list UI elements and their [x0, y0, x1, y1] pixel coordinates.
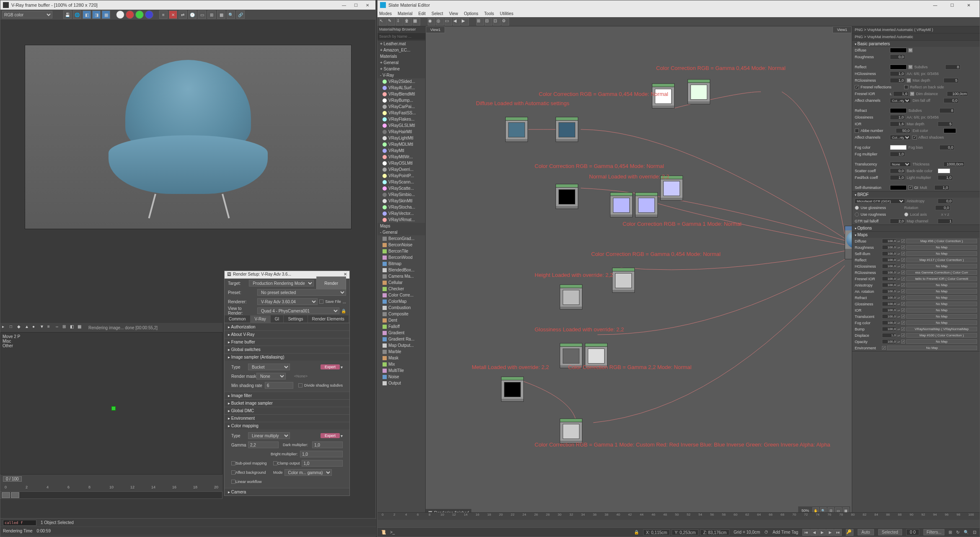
affectch-select[interactable]: Col...nly — [890, 98, 911, 103]
rs-tab[interactable]: Render Elements — [308, 315, 349, 323]
node-cc1[interactable] — [556, 117, 578, 142]
map-item[interactable]: ColorMap — [378, 298, 425, 305]
refr-maxdepth-input[interactable] — [938, 121, 953, 127]
map-item[interactable]: Color Corre... — [378, 292, 425, 298]
scatter-input[interactable] — [890, 168, 905, 173]
map-amount-input[interactable] — [882, 314, 896, 319]
play-icon[interactable]: ▶ — [818, 529, 826, 536]
map-slot-button[interactable]: No Map — [906, 295, 977, 300]
delete-icon[interactable]: 🗑 — [404, 18, 412, 26]
map-item[interactable]: Output — [378, 380, 425, 386]
vray-material-item[interactable]: VRayCarPai... — [378, 103, 425, 110]
command-input[interactable] — [3, 520, 36, 526]
sec-maps[interactable]: Maps — [852, 232, 980, 238]
refr-subdivs-input[interactable] — [939, 108, 954, 113]
map-item[interactable]: Map Output... — [378, 342, 425, 349]
fogmult-input[interactable] — [890, 152, 905, 157]
node-normal-bitmap[interactable] — [610, 192, 633, 217]
node-cc4[interactable] — [612, 268, 635, 293]
spinner-icon[interactable]: ▴▾ — [897, 258, 900, 261]
gtr-input[interactable] — [890, 219, 905, 224]
vray-material-item[interactable]: VRayScatte... — [378, 185, 425, 191]
mb-maps-general[interactable]: - General — [378, 229, 425, 235]
spinner-icon[interactable]: ▴▾ — [897, 334, 900, 337]
menu-item[interactable]: Modes — [379, 11, 392, 16]
rgloss-input[interactable] — [890, 78, 905, 83]
auto-icon[interactable]: ⊡ — [493, 18, 501, 26]
vray-material-item[interactable]: VRayPointP... — [378, 173, 425, 179]
dimfall-input[interactable] — [944, 98, 959, 103]
local-axis-radio[interactable] — [904, 212, 908, 217]
vray-material-item[interactable]: VRay2Sided... — [378, 78, 425, 85]
track-tool-icon[interactable]: ▼ — [40, 324, 47, 331]
select-icon[interactable]: ▭ — [445, 18, 452, 26]
cm-mode-select[interactable]: Color m... gamma) — [284, 469, 332, 476]
nav-icon[interactable]: 🔍 — [964, 530, 969, 534]
spinner-icon[interactable]: ▴▾ — [897, 277, 900, 280]
track-tool-icon[interactable]: ▲ — [25, 324, 31, 331]
spinner-icon[interactable]: ▴▾ — [897, 340, 900, 343]
vray-material-item[interactable]: VRayLightMtl — [378, 135, 425, 141]
mapch-input[interactable] — [938, 219, 953, 224]
vray-material-item[interactable]: VRayMtlWr... — [378, 154, 425, 160]
vray-material-item[interactable]: VRaySimbio... — [378, 191, 425, 198]
view-tab[interactable]: View1 — [426, 26, 445, 33]
menu-item[interactable]: Utilities — [500, 11, 513, 16]
gloss-input[interactable] — [890, 115, 905, 120]
sme-maximize-button[interactable]: ☐ — [944, 1, 960, 9]
map-slot-button[interactable]: No Map — [906, 283, 977, 287]
link-icon[interactable]: 🔗 — [236, 10, 245, 19]
map-enable-checkbox[interactable] — [901, 302, 905, 306]
node-vraymtl[interactable] — [845, 226, 852, 259]
mb-tree[interactable]: + Leather.mat + Amazon_EC... Materials +… — [378, 41, 425, 516]
affect-bg-checkbox[interactable] — [231, 470, 235, 475]
savefile-checkbox[interactable] — [319, 299, 323, 304]
refr-affectch-select[interactable]: Col...nly — [890, 135, 911, 140]
map-item[interactable]: BerconNoise — [378, 242, 425, 248]
rs-sec-image-sampler[interactable]: Image sampler (Antialiasing) — [225, 354, 349, 361]
rs-sec-about[interactable]: About V-Ray — [225, 331, 349, 338]
map-item[interactable]: Noise — [378, 374, 425, 380]
mb-materials[interactable]: Materials — [378, 53, 425, 59]
assign-icon[interactable]: ⇩ — [396, 18, 403, 26]
frame-indicator[interactable]: 0 / 100 — [3, 476, 22, 482]
map-enable-checkbox[interactable] — [901, 315, 905, 318]
map-enable-checkbox[interactable] — [901, 245, 905, 249]
map-slot-button[interactable]: Map #96 ( Color Correction ) — [906, 239, 977, 243]
sme-close-button[interactable]: ✕ — [960, 1, 977, 9]
grid-icon[interactable]: ▦ — [217, 10, 225, 19]
rs-sec-bucket[interactable]: Bucket image sampler — [225, 400, 349, 407]
backside-color[interactable] — [938, 168, 950, 173]
layout-icon[interactable]: ▦ — [413, 18, 420, 26]
map-slot-button[interactable]: No Map — [906, 264, 977, 268]
fogcolor[interactable] — [890, 145, 907, 150]
msr-input[interactable] — [265, 382, 293, 389]
map-item[interactable]: Cellular — [378, 279, 425, 286]
save-icon[interactable]: 💾 — [63, 10, 72, 19]
track-tool-icon[interactable]: □ — [10, 324, 16, 331]
node-height-bitmap[interactable] — [560, 284, 582, 310]
trans-select[interactable]: None — [890, 162, 911, 167]
map-item[interactable]: Bitmap — [378, 261, 425, 267]
map-enable-checkbox[interactable] — [901, 283, 905, 287]
vray-material-item[interactable]: VRayMtl — [378, 147, 425, 154]
map-amount-input[interactable] — [882, 270, 896, 275]
curve-editor[interactable]: Move 2 P Misc Other — [0, 332, 222, 475]
vray-material-item[interactable]: VRayMDLMtl — [378, 141, 425, 147]
map-amount-input[interactable] — [882, 295, 896, 300]
channel-select[interactable]: RGB color — [2, 11, 52, 18]
script-icon[interactable]: 📜 — [381, 530, 386, 534]
lens-icon[interactable]: 🔍 — [227, 10, 235, 19]
is-expert-pill[interactable]: Expert — [321, 364, 340, 369]
align-icon[interactable]: ⊟ — [485, 18, 492, 26]
menu-item[interactable]: Edit — [419, 11, 426, 16]
aniso-input[interactable] — [938, 199, 953, 204]
fwd-icon[interactable]: ▶ — [461, 18, 469, 26]
vray-material-item[interactable]: VRayOSLMtl — [378, 160, 425, 166]
key-filters-button[interactable]: Filters... — [923, 529, 944, 535]
map-amount-input[interactable] — [882, 251, 896, 256]
savefile-browse-icon[interactable]: ... — [343, 299, 346, 304]
cm-dark-input[interactable] — [312, 441, 343, 448]
map-item[interactable]: Combustion — [378, 305, 425, 311]
rs-sec-authorization[interactable]: Authorization — [225, 323, 349, 330]
